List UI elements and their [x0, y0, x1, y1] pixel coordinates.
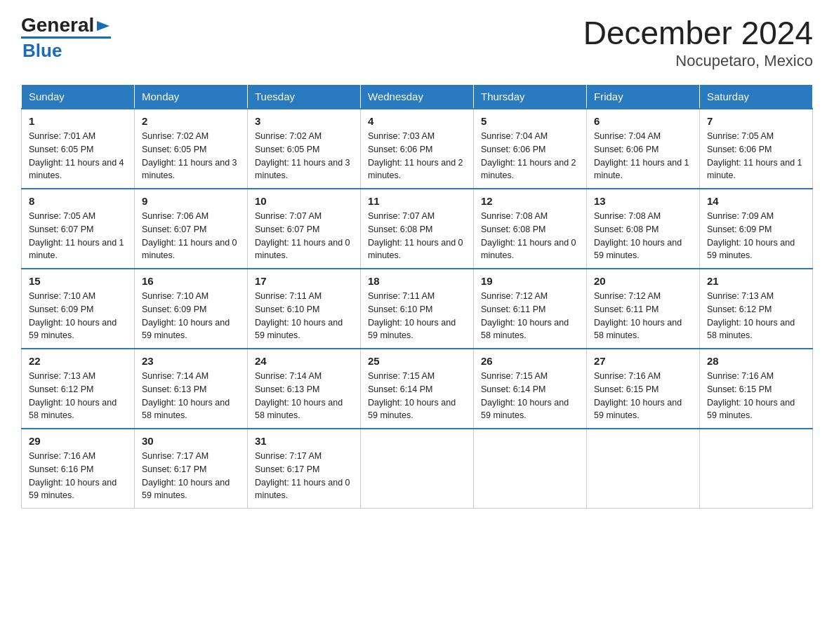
day-info: Sunrise: 7:16 AMSunset: 6:15 PMDaylight:…	[594, 370, 692, 422]
calendar-cell: 20Sunrise: 7:12 AMSunset: 6:11 PMDayligh…	[587, 269, 700, 349]
day-info: Sunrise: 7:03 AMSunset: 6:06 PMDaylight:…	[368, 130, 466, 182]
day-info: Sunrise: 7:16 AMSunset: 6:15 PMDaylight:…	[707, 370, 805, 422]
col-monday: Monday	[135, 85, 248, 109]
calendar-header-row: Sunday Monday Tuesday Wednesday Thursday…	[22, 85, 813, 109]
col-wednesday: Wednesday	[361, 85, 474, 109]
day-number: 30	[142, 435, 240, 447]
day-number: 12	[481, 195, 579, 207]
logo-arrow-icon	[95, 18, 111, 34]
day-number: 5	[481, 115, 579, 127]
day-info: Sunrise: 7:05 AMSunset: 6:06 PMDaylight:…	[707, 130, 805, 182]
day-info: Sunrise: 7:12 AMSunset: 6:11 PMDaylight:…	[481, 290, 579, 342]
calendar-cell: 2Sunrise: 7:02 AMSunset: 6:05 PMDaylight…	[135, 109, 248, 189]
calendar-cell: 29Sunrise: 7:16 AMSunset: 6:16 PMDayligh…	[22, 429, 135, 509]
day-info: Sunrise: 7:15 AMSunset: 6:14 PMDaylight:…	[481, 370, 579, 422]
calendar-cell: 11Sunrise: 7:07 AMSunset: 6:08 PMDayligh…	[361, 189, 474, 269]
calendar-cell	[474, 429, 587, 509]
day-info: Sunrise: 7:10 AMSunset: 6:09 PMDaylight:…	[29, 290, 127, 342]
calendar-cell: 25Sunrise: 7:15 AMSunset: 6:14 PMDayligh…	[361, 349, 474, 429]
day-number: 4	[368, 115, 466, 127]
day-number: 19	[481, 275, 579, 287]
calendar-cell: 15Sunrise: 7:10 AMSunset: 6:09 PMDayligh…	[22, 269, 135, 349]
calendar-cell: 18Sunrise: 7:11 AMSunset: 6:10 PMDayligh…	[361, 269, 474, 349]
day-info: Sunrise: 7:02 AMSunset: 6:05 PMDaylight:…	[255, 130, 353, 182]
calendar-cell: 14Sunrise: 7:09 AMSunset: 6:09 PMDayligh…	[700, 189, 813, 269]
title-block: December 2024 Nocupetaro, Mexico	[583, 14, 813, 70]
day-number: 13	[594, 195, 692, 207]
day-info: Sunrise: 7:12 AMSunset: 6:11 PMDaylight:…	[594, 290, 692, 342]
calendar-cell: 8Sunrise: 7:05 AMSunset: 6:07 PMDaylight…	[22, 189, 135, 269]
calendar-cell: 1Sunrise: 7:01 AMSunset: 6:05 PMDaylight…	[22, 109, 135, 189]
calendar-cell: 5Sunrise: 7:04 AMSunset: 6:06 PMDaylight…	[474, 109, 587, 189]
day-number: 25	[368, 355, 466, 367]
day-number: 14	[707, 195, 805, 207]
svg-marker-0	[97, 21, 110, 31]
calendar-cell: 27Sunrise: 7:16 AMSunset: 6:15 PMDayligh…	[587, 349, 700, 429]
calendar-week-row: 15Sunrise: 7:10 AMSunset: 6:09 PMDayligh…	[22, 269, 813, 349]
day-info: Sunrise: 7:11 AMSunset: 6:10 PMDaylight:…	[368, 290, 466, 342]
calendar-table: Sunday Monday Tuesday Wednesday Thursday…	[21, 84, 813, 509]
calendar-cell: 28Sunrise: 7:16 AMSunset: 6:15 PMDayligh…	[700, 349, 813, 429]
day-number: 2	[142, 115, 240, 127]
day-number: 15	[29, 275, 127, 287]
calendar-cell	[700, 429, 813, 509]
day-info: Sunrise: 7:06 AMSunset: 6:07 PMDaylight:…	[142, 210, 240, 262]
day-number: 11	[368, 195, 466, 207]
day-number: 8	[29, 195, 127, 207]
day-number: 6	[594, 115, 692, 127]
day-number: 20	[594, 275, 692, 287]
day-number: 23	[142, 355, 240, 367]
day-number: 10	[255, 195, 353, 207]
day-number: 16	[142, 275, 240, 287]
day-number: 29	[29, 435, 127, 447]
calendar-cell: 6Sunrise: 7:04 AMSunset: 6:06 PMDaylight…	[587, 109, 700, 189]
calendar-cell: 10Sunrise: 7:07 AMSunset: 6:07 PMDayligh…	[248, 189, 361, 269]
day-number: 1	[29, 115, 127, 127]
calendar-cell	[587, 429, 700, 509]
calendar-cell: 21Sunrise: 7:13 AMSunset: 6:12 PMDayligh…	[700, 269, 813, 349]
calendar-week-row: 22Sunrise: 7:13 AMSunset: 6:12 PMDayligh…	[22, 349, 813, 429]
calendar-week-row: 29Sunrise: 7:16 AMSunset: 6:16 PMDayligh…	[22, 429, 813, 509]
day-info: Sunrise: 7:07 AMSunset: 6:08 PMDaylight:…	[368, 210, 466, 262]
day-info: Sunrise: 7:08 AMSunset: 6:08 PMDaylight:…	[594, 210, 692, 262]
logo-general-text: General	[21, 14, 94, 36]
calendar-week-row: 8Sunrise: 7:05 AMSunset: 6:07 PMDaylight…	[22, 189, 813, 269]
calendar-cell: 24Sunrise: 7:14 AMSunset: 6:13 PMDayligh…	[248, 349, 361, 429]
day-info: Sunrise: 7:05 AMSunset: 6:07 PMDaylight:…	[29, 210, 127, 262]
calendar-cell	[361, 429, 474, 509]
day-number: 22	[29, 355, 127, 367]
calendar-cell: 31Sunrise: 7:17 AMSunset: 6:17 PMDayligh…	[248, 429, 361, 509]
day-info: Sunrise: 7:14 AMSunset: 6:13 PMDaylight:…	[142, 370, 240, 422]
day-info: Sunrise: 7:17 AMSunset: 6:17 PMDaylight:…	[255, 450, 353, 502]
day-number: 7	[707, 115, 805, 127]
day-info: Sunrise: 7:04 AMSunset: 6:06 PMDaylight:…	[481, 130, 579, 182]
calendar-cell: 16Sunrise: 7:10 AMSunset: 6:09 PMDayligh…	[135, 269, 248, 349]
calendar-cell: 23Sunrise: 7:14 AMSunset: 6:13 PMDayligh…	[135, 349, 248, 429]
logo: General Blue	[21, 14, 111, 62]
day-info: Sunrise: 7:17 AMSunset: 6:17 PMDaylight:…	[142, 450, 240, 502]
day-number: 26	[481, 355, 579, 367]
calendar-cell: 17Sunrise: 7:11 AMSunset: 6:10 PMDayligh…	[248, 269, 361, 349]
col-friday: Friday	[587, 85, 700, 109]
calendar-week-row: 1Sunrise: 7:01 AMSunset: 6:05 PMDaylight…	[22, 109, 813, 189]
day-number: 31	[255, 435, 353, 447]
day-number: 18	[368, 275, 466, 287]
calendar-cell: 26Sunrise: 7:15 AMSunset: 6:14 PMDayligh…	[474, 349, 587, 429]
day-info: Sunrise: 7:04 AMSunset: 6:06 PMDaylight:…	[594, 130, 692, 182]
day-info: Sunrise: 7:13 AMSunset: 6:12 PMDaylight:…	[707, 290, 805, 342]
logo-blue-text: Blue	[22, 40, 111, 62]
page-title: December 2024	[583, 14, 813, 52]
calendar-cell: 22Sunrise: 7:13 AMSunset: 6:12 PMDayligh…	[22, 349, 135, 429]
day-info: Sunrise: 7:15 AMSunset: 6:14 PMDaylight:…	[368, 370, 466, 422]
calendar-cell: 30Sunrise: 7:17 AMSunset: 6:17 PMDayligh…	[135, 429, 248, 509]
calendar-cell: 3Sunrise: 7:02 AMSunset: 6:05 PMDaylight…	[248, 109, 361, 189]
calendar-cell: 13Sunrise: 7:08 AMSunset: 6:08 PMDayligh…	[587, 189, 700, 269]
page-subtitle: Nocupetaro, Mexico	[583, 52, 813, 70]
day-info: Sunrise: 7:08 AMSunset: 6:08 PMDaylight:…	[481, 210, 579, 262]
calendar-cell: 9Sunrise: 7:06 AMSunset: 6:07 PMDaylight…	[135, 189, 248, 269]
day-number: 24	[255, 355, 353, 367]
day-info: Sunrise: 7:13 AMSunset: 6:12 PMDaylight:…	[29, 370, 127, 422]
col-saturday: Saturday	[700, 85, 813, 109]
day-number: 3	[255, 115, 353, 127]
day-info: Sunrise: 7:02 AMSunset: 6:05 PMDaylight:…	[142, 130, 240, 182]
